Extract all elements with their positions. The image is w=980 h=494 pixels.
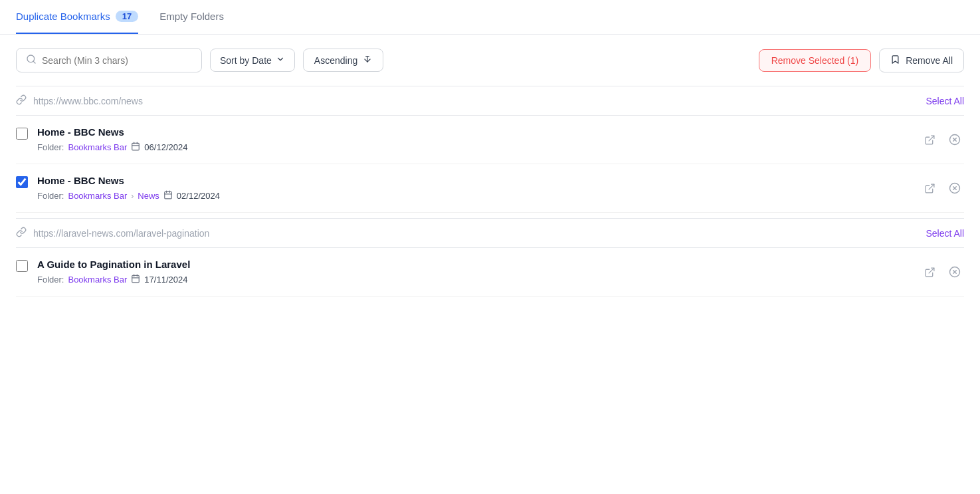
bookmark-icon [890, 55, 900, 66]
folder-sub-link-bbc-2[interactable]: News [138, 191, 159, 201]
table-row: A Guide to Pagination in Laravel Folder:… [16, 248, 964, 297]
bookmark-info-bbc-1: Home - BBC News Folder: Bookmarks Bar [37, 126, 187, 153]
tab-duplicate-bookmarks[interactable]: Duplicate Bookmarks 17 [16, 0, 138, 34]
svg-rect-20 [132, 275, 140, 283]
tabs-bar: Duplicate Bookmarks 17 Empty Folders [0, 0, 980, 35]
remove-all-label: Remove All [906, 55, 953, 66]
search-input[interactable] [42, 55, 192, 66]
bookmark-left-bbc-1: Home - BBC News Folder: Bookmarks Bar [16, 126, 187, 153]
group-url-laravel: https://laravel-news.com/laravel-paginat… [16, 227, 209, 239]
chevron-down-icon [276, 55, 285, 66]
svg-line-24 [929, 268, 934, 273]
bookmark-info-bbc-2: Home - BBC News Folder: Bookmarks Bar › … [37, 175, 220, 201]
calendar-icon-bbc-2 [163, 190, 173, 201]
folder-link-bbc-2[interactable]: Bookmarks Bar [68, 191, 127, 201]
svg-line-1 [33, 61, 35, 63]
remove-selected-button[interactable]: Remove Selected (1) [759, 49, 872, 72]
bookmark-left-bbc-2: Home - BBC News Folder: Bookmarks Bar › … [16, 175, 220, 201]
link-icon-laravel [16, 227, 27, 239]
svg-rect-4 [132, 143, 140, 150]
bookmark-title-bbc-1: Home - BBC News [37, 126, 187, 138]
select-all-laravel[interactable]: Select All [926, 228, 964, 239]
folder-label-bbc-2: Folder: [37, 191, 64, 201]
group-url-row-laravel: https://laravel-news.com/laravel-paginat… [16, 218, 964, 248]
bookmark-checkbox-bbc-1[interactable] [16, 128, 28, 140]
bookmark-checkbox-bbc-2[interactable] [16, 176, 28, 188]
remove-all-button[interactable]: Remove All [879, 49, 964, 72]
bookmark-title-bbc-2: Home - BBC News [37, 175, 220, 186]
bookmark-meta-bbc-1: Folder: Bookmarks Bar 06/12/2024 [37, 142, 187, 153]
remove-button-bbc-1[interactable] [945, 130, 964, 149]
bookmark-left-laravel-1: A Guide to Pagination in Laravel Folder:… [16, 259, 190, 285]
toolbar: Sort by Date Ascending Remove Selected (… [0, 35, 980, 86]
tab-duplicate-bookmarks-label: Duplicate Bookmarks [16, 11, 110, 22]
order-label: Ascending [314, 55, 357, 66]
sort-label: Sort by Date [220, 55, 272, 66]
bookmark-date-bbc-1: 06/12/2024 [144, 142, 187, 152]
search-icon [26, 54, 37, 66]
bookmark-date-bbc-2: 02/12/2024 [177, 191, 220, 201]
bookmark-actions-bbc-1 [920, 130, 964, 149]
folder-label-bbc-1: Folder: [37, 142, 64, 152]
open-link-button-bbc-1[interactable] [920, 130, 939, 149]
chevron-right-icon: › [131, 191, 134, 201]
bookmark-date-laravel-1: 17/11/2024 [144, 275, 187, 285]
open-link-button-laravel-1[interactable] [920, 263, 939, 281]
bookmark-checkbox-laravel-1[interactable] [16, 260, 28, 272]
remove-button-laravel-1[interactable] [945, 263, 964, 281]
bookmark-title-laravel-1: A Guide to Pagination in Laravel [37, 259, 190, 270]
group-url-row-bbc: https://www.bbc.com/news Select All [16, 86, 964, 116]
svg-rect-12 [165, 191, 172, 199]
svg-line-16 [929, 184, 934, 189]
calendar-icon-laravel-1 [131, 274, 140, 285]
bookmark-info-laravel-1: A Guide to Pagination in Laravel Folder:… [37, 259, 190, 285]
group-url-text: https://www.bbc.com/news [33, 96, 143, 106]
bookmark-group-laravel: https://laravel-news.com/laravel-paginat… [16, 218, 964, 297]
group-url-bbc: https://www.bbc.com/news [16, 94, 143, 107]
table-row: Home - BBC News Folder: Bookmarks Bar [16, 116, 964, 164]
content-area: https://www.bbc.com/news Select All Home… [0, 86, 980, 297]
sort-dropdown[interactable]: Sort by Date [210, 49, 295, 72]
remove-selected-label: Remove Selected (1) [771, 55, 859, 66]
bookmark-actions-laravel-1 [920, 263, 964, 281]
bookmark-meta-laravel-1: Folder: Bookmarks Bar 17/11/2024 [37, 274, 190, 285]
group-url-text-laravel: https://laravel-news.com/laravel-paginat… [33, 228, 209, 239]
table-row: Home - BBC News Folder: Bookmarks Bar › … [16, 164, 964, 213]
bookmark-actions-bbc-2 [920, 179, 964, 197]
tab-empty-folders[interactable]: Empty Folders [159, 0, 224, 34]
bookmark-group-bbc: https://www.bbc.com/news Select All Home… [16, 86, 964, 213]
order-button[interactable]: Ascending [303, 49, 383, 72]
bookmark-meta-bbc-2: Folder: Bookmarks Bar › News [37, 190, 220, 201]
search-wrap [16, 48, 202, 72]
link-icon [16, 94, 27, 107]
calendar-icon-bbc-1 [131, 142, 140, 153]
tab-duplicate-bookmarks-badge: 17 [116, 11, 138, 22]
remove-button-bbc-2[interactable] [945, 179, 964, 197]
tab-empty-folders-label: Empty Folders [159, 11, 224, 22]
folder-link-laravel-1[interactable]: Bookmarks Bar [68, 275, 127, 285]
folder-label-laravel-1: Folder: [37, 275, 64, 285]
svg-line-8 [929, 136, 934, 141]
sort-arrows-icon [363, 55, 372, 66]
folder-link-bbc-1[interactable]: Bookmarks Bar [68, 142, 127, 152]
select-all-bbc[interactable]: Select All [926, 96, 964, 106]
open-link-button-bbc-2[interactable] [920, 179, 939, 197]
